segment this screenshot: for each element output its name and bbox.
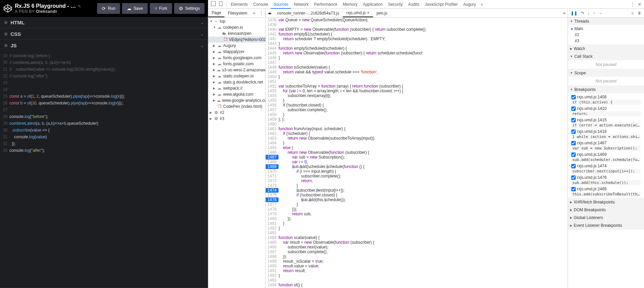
- source-gutter[interactable]: 1442: [266, 37, 279, 41]
- pause-icon[interactable]: ❚❚: [571, 11, 577, 16]
- source-gutter[interactable]: 1475: [266, 193, 279, 197]
- breakpoint-item[interactable]: rxjs.umd.js:1410return;: [569, 105, 643, 117]
- source-line[interactable]: 1444function emptyScheduled(scheduler) {: [266, 46, 568, 51]
- threads-header[interactable]: ▼Threads: [568, 18, 644, 25]
- breakpoint-item[interactable]: rxjs.umd.js:1467var sub = new Subscripti…: [569, 140, 643, 151]
- step-icon[interactable]: →: [598, 11, 602, 16]
- devtools-tab-augury[interactable]: Augury: [460, 1, 479, 8]
- source-gutter[interactable]: 1450: [266, 74, 279, 79]
- source-line[interactable]: 1461function fromArray(input, scheduler)…: [266, 126, 568, 131]
- editor-line[interactable]: 21// .subscribe(value => console.log(JSO…: [0, 66, 208, 73]
- thread-item[interactable]: #3: [569, 38, 643, 44]
- source-line[interactable]: 1494function of() {: [266, 283, 568, 287]
- tree-item[interactable]: ▶☁www.algolia.com: [208, 91, 265, 97]
- kebab-icon[interactable]: ⋮: [257, 11, 265, 16]
- source-line[interactable]: 1448function isScheduler(value) {: [266, 65, 568, 70]
- gl-header[interactable]: ▶Global Listeners: [568, 214, 644, 221]
- source-line[interactable]: 1487 subscriber.complete();: [266, 249, 568, 254]
- source-gutter[interactable]: 1488: [266, 254, 279, 259]
- editor-line[interactable]: 25const a = of(1, 2, queueScheduler).pip…: [0, 93, 208, 100]
- source-gutter[interactable]: 1454: [266, 93, 279, 98]
- source-gutter[interactable]: 1443: [266, 41, 279, 46]
- chevron-down-icon[interactable]: ⌄: [200, 43, 204, 48]
- source-line[interactable]: 1477 }: [266, 202, 568, 207]
- breakpoint-checkbox[interactable]: [571, 152, 576, 157]
- source-gutter[interactable]: 1455: [266, 98, 279, 103]
- devtools-tab-elements[interactable]: Elements: [228, 1, 251, 8]
- source-gutter[interactable]: 1441: [266, 32, 279, 37]
- source-gutter[interactable]: 1447: [266, 60, 279, 65]
- tree-item[interactable]: ▶☁fonts.gstatic.com: [208, 61, 265, 67]
- source-line[interactable]: 1486 subscriber.next(value);: [266, 245, 568, 249]
- source-gutter[interactable]: 1465: [266, 145, 279, 150]
- more-tabs-icon[interactable]: »: [479, 1, 484, 7]
- editor-line[interactable]: 30 .subscribe(value => {: [0, 127, 208, 134]
- pause-on-exceptions-icon[interactable]: ⏸: [637, 11, 641, 16]
- source-gutter[interactable]: 1471: [266, 174, 279, 178]
- inspect-icon[interactable]: [210, 1, 217, 8]
- source-gutter[interactable]: 1467: [266, 155, 279, 160]
- tree-item[interactable]: ▶☁stats.g.doubleclick.net: [208, 79, 265, 85]
- source-line[interactable]: 1474 subscriber.next(input[i++]);: [266, 188, 568, 193]
- source-gutter[interactable]: 1485: [266, 240, 279, 245]
- source-line[interactable]: 1439: [266, 22, 568, 27]
- breakpoint-item[interactable]: rxjs.umd.js:1469sub.add(scheduler.schedu…: [569, 151, 643, 163]
- tree-item[interactable]: ▶☁Wappalyzer: [208, 49, 265, 55]
- source-gutter[interactable]: 1438: [266, 18, 279, 22]
- breakpoint-checkbox[interactable]: [571, 129, 576, 134]
- source-gutter[interactable]: 1486: [266, 245, 279, 249]
- tree-item[interactable]: ▶☁s3-us-west-2.amazonaws.c: [208, 67, 265, 73]
- source-line[interactable]: 1456 if (!subscriber.closed) {: [266, 103, 568, 107]
- source-line[interactable]: 1484function scalar(value) {: [266, 235, 568, 240]
- editor-line[interactable]: 27: [0, 106, 208, 113]
- device-icon[interactable]: [218, 1, 224, 8]
- source-line[interactable]: 1445 return new Observable(function (sub…: [266, 51, 568, 55]
- source-line[interactable]: 1492}: [266, 273, 568, 278]
- source-gutter[interactable]: 1440: [266, 27, 279, 32]
- run-button[interactable]: ⟳Run: [97, 3, 120, 14]
- source-line[interactable]: 1438var Queue = new QueueScheduler(Queue…: [266, 18, 568, 22]
- source-line[interactable]: 1460: [266, 122, 568, 126]
- source-gutter[interactable]: 1445: [266, 51, 279, 55]
- source-line[interactable]: 1454 subscriber.next(array[i]);: [266, 93, 568, 98]
- source-line[interactable]: 1452var subscribeToArray = function (arr…: [266, 84, 568, 89]
- js-section-header[interactable]: ⚙ JS ⌄: [0, 40, 208, 51]
- source-gutter[interactable]: 1463: [266, 136, 279, 141]
- source-gutter[interactable]: 1468: [266, 160, 279, 164]
- source-line[interactable]: 1457 subscriber.complete();: [266, 107, 568, 112]
- tree-item[interactable]: ▶☁fonts.googleapis.com: [208, 55, 265, 61]
- js-editor[interactable]: 19// console.log( before );20// combineL…: [0, 51, 208, 288]
- source-line[interactable]: 1442 return scheduler ? emptyScheduled(s…: [266, 37, 568, 41]
- editor-line[interactable]: 24: [0, 86, 208, 93]
- file-tab[interactable]: pen.js: [373, 9, 391, 17]
- source-line[interactable]: 1475 if (!subscriber.closed) {: [266, 193, 568, 197]
- source-line[interactable]: 1467 var sub = new Subscription();: [266, 155, 568, 160]
- source-gutter[interactable]: 1458: [266, 112, 279, 117]
- deactivate-bp-icon[interactable]: ⍉: [631, 11, 634, 16]
- watch-header[interactable]: ▶Watch: [568, 45, 644, 52]
- source-line[interactable]: 1489 result._isScalar = true;: [266, 259, 568, 264]
- source-line[interactable]: 1468 var i = 0;: [266, 160, 568, 164]
- devtools-tab-sources[interactable]: Sources: [271, 1, 291, 9]
- pen-author[interactable]: Oleksandr: [36, 9, 57, 14]
- source-line[interactable]: 1466 return new Observable(function (sub…: [266, 150, 568, 155]
- breakpoint-checkbox[interactable]: [571, 187, 576, 191]
- editor-line[interactable]: 26const b = of(10, queueScheduler).pipe(…: [0, 100, 208, 106]
- gear-icon[interactable]: ⚙: [4, 32, 8, 37]
- source-gutter[interactable]: 1472: [266, 178, 279, 183]
- source-line[interactable]: 1459}; };: [266, 117, 568, 122]
- source-line[interactable]: 1455 }: [266, 98, 568, 103]
- source-gutter[interactable]: 1462: [266, 131, 279, 136]
- source-gutter[interactable]: 1493: [266, 278, 279, 283]
- close-tab-icon[interactable]: ×: [367, 10, 369, 15]
- dom-header[interactable]: ▶DOM Breakpoints: [568, 206, 644, 214]
- tree-item[interactable]: ▶☁static.codepen.io: [208, 73, 265, 79]
- source-line[interactable]: 1471 subscriber.complete();: [266, 174, 568, 178]
- source-line[interactable]: 1476 sub.add(this.schedule());: [266, 197, 568, 202]
- source-line[interactable]: 1451: [266, 79, 568, 84]
- css-section-header[interactable]: ⚙ CSS ⌄: [0, 28, 208, 40]
- step-out-icon[interactable]: ↑: [593, 11, 595, 16]
- xhr-header[interactable]: ▶XHR/fetch Breakpoints: [568, 198, 644, 206]
- editor-line[interactable]: 29combineLatest(a, b, (a,b)=>a+b,queueSc…: [0, 120, 208, 127]
- source-line[interactable]: 1479 return sub;: [266, 212, 568, 216]
